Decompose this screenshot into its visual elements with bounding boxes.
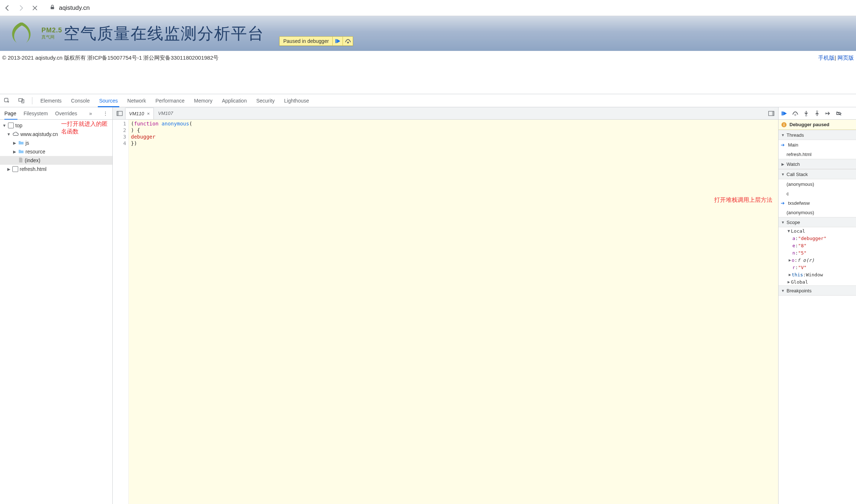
- page-content: PM2.5 真气网 空气质量在线监测分析平台 Paused in debugge…: [0, 16, 856, 94]
- footer-link-mobile[interactable]: 手机版: [818, 55, 835, 61]
- stop-button[interactable]: [31, 4, 39, 12]
- overlay-resume-button[interactable]: [332, 37, 343, 45]
- url-text: aqistudy.cn: [59, 4, 90, 12]
- browser-toolbar: aqistudy.cn: [0, 0, 856, 16]
- site-logo-icon: [7, 20, 38, 47]
- overlay-step-button[interactable]: [343, 37, 353, 45]
- svg-rect-0: [51, 7, 54, 9]
- back-button[interactable]: [3, 4, 12, 12]
- paused-in-debugger-overlay: Paused in debugger: [279, 36, 353, 46]
- svg-rect-1: [336, 39, 336, 43]
- forward-button[interactable]: [17, 4, 25, 12]
- svg-point-2: [347, 42, 349, 43]
- footer-link-web[interactable]: 网页版: [837, 55, 854, 61]
- logo-pm25-text: PM2.5: [41, 27, 62, 34]
- address-bar[interactable]: aqistudy.cn: [49, 4, 90, 12]
- lock-icon: [49, 4, 55, 11]
- logo-sub-text: 真气网: [41, 34, 62, 40]
- paused-overlay-label: Paused in debugger: [280, 38, 332, 44]
- banner-title: 空气质量在线监测分析平台: [64, 23, 264, 44]
- site-banner: PM2.5 真气网 空气质量在线监测分析平台: [0, 16, 856, 51]
- footer-copyright: © 2013-2021 aqistudy.cn 版权所有 浙ICP备150077…: [2, 55, 219, 61]
